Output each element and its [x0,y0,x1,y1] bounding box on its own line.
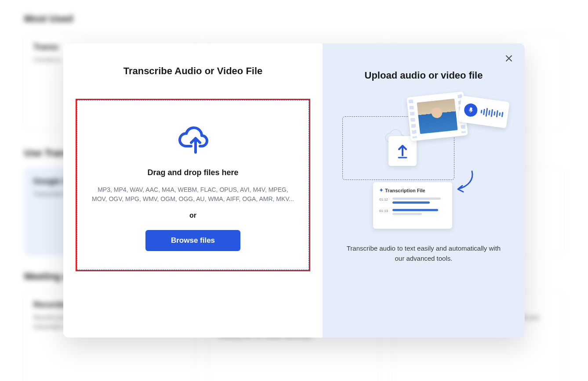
dropzone-or-label: or [189,212,196,219]
modal-right-panel: Upload audio or video file [323,43,525,338]
video-thumbnail [417,99,457,134]
dropzone-highlight: Drag and drop files here MP3, MP4, WAV, … [76,99,310,271]
transcript-row: 01:12 [379,198,446,205]
browse-files-button[interactable]: Browse files [145,230,240,251]
illustration-transcript-card: ✦ Transcription File 01:12 01:13 [373,182,452,229]
cloud-upload-icon [175,122,211,154]
transcript-card-title: ✦ Transcription File [379,187,446,193]
curved-arrow-icon [454,169,476,195]
upload-arrow-icon [396,143,409,159]
modal-overlay: Transcribe Audio or Video File Drag and … [0,0,588,381]
transcript-row: 01:13 [379,209,446,217]
audio-waveform-icon [480,107,504,119]
right-panel-description: Transcribe audio to text easily and auto… [342,244,505,263]
supported-formats: MP3, MP4, WAV, AAC, M4A, WEBM, FLAC, OPU… [92,185,294,204]
modal-left-panel: Transcribe Audio or Video File Drag and … [63,43,323,338]
dropzone-heading: Drag and drop files here [147,168,238,177]
close-button[interactable] [504,53,514,64]
file-dropzone[interactable]: Drag and drop files here MP3, MP4, WAV, … [77,100,309,270]
right-panel-title: Upload audio or video file [365,70,483,81]
transcribe-upload-modal: Transcribe Audio or Video File Drag and … [63,43,525,338]
upload-illustration: ✦ Transcription File 01:12 01:13 [340,99,507,235]
close-icon [505,55,512,62]
microphone-icon [463,103,478,118]
modal-title: Transcribe Audio or Video File [76,65,310,77]
